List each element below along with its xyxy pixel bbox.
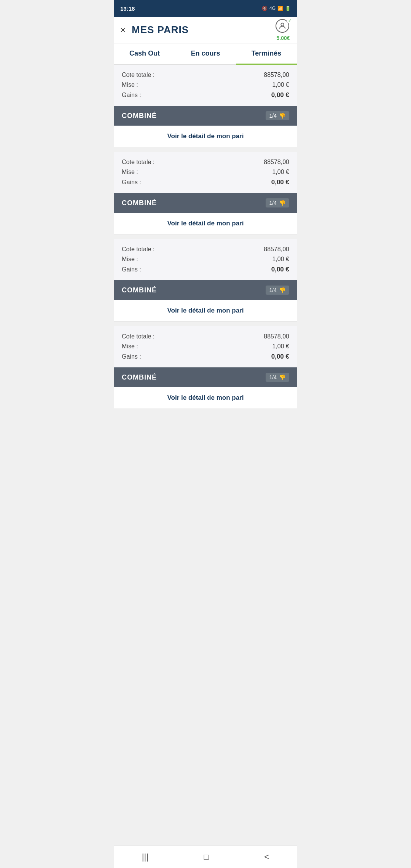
- header: × MES PARIS ✓ 5.00€: [114, 17, 297, 43]
- status-bar: 13:18 🔇 4G 📶 🔋: [114, 0, 297, 17]
- combined-header-3: COMBINÉ 1/4 👎: [114, 280, 297, 300]
- gains-value-3: 0,00 €: [271, 266, 289, 273]
- user-balance: 5.00€: [276, 35, 290, 41]
- gains-value-4: 0,00 €: [271, 353, 289, 361]
- gains-value-2: 0,00 €: [271, 179, 289, 186]
- close-button[interactable]: ×: [120, 25, 126, 35]
- combined-label-1: COMBINÉ: [122, 112, 157, 120]
- tab-termines[interactable]: Terminés: [236, 43, 297, 65]
- mise-value-3: 1,00 €: [272, 256, 289, 263]
- detail-link-2[interactable]: Voir le détail de mon pari: [114, 213, 297, 235]
- tabs-bar: Cash Out En cours Terminés: [114, 43, 297, 65]
- menu-button[interactable]: |||: [134, 850, 156, 863]
- status-time: 13:18: [120, 5, 135, 12]
- user-account-button[interactable]: ✓ 5.00€: [276, 19, 291, 41]
- cote-totale-label-2: Cote totale :: [122, 159, 155, 166]
- bet-card-1: Cote totale : 88578,00 Mise : 1,00 € Gai…: [114, 65, 297, 147]
- gains-label-2: Gains :: [122, 179, 141, 186]
- combined-badge-3: 1/4 👎: [266, 286, 289, 295]
- gains-row-4: Gains : 0,00 €: [122, 353, 289, 361]
- mise-label-4: Mise :: [122, 343, 138, 350]
- content-area: Cote totale : 88578,00 Mise : 1,00 € Gai…: [114, 65, 297, 845]
- gains-row-3: Gains : 0,00 €: [122, 266, 289, 273]
- thumbdown-icon-3: 👎: [279, 287, 285, 293]
- bet-card-4: Cote totale : 88578,00 Mise : 1,00 € Gai…: [114, 326, 297, 409]
- detail-link-4[interactable]: Voir le détail de mon pari: [114, 387, 297, 409]
- bottom-nav: ||| □ <: [114, 845, 297, 868]
- page-title: MES PARIS: [132, 24, 276, 36]
- cote-totale-row-3: Cote totale : 88578,00: [122, 246, 289, 253]
- mise-row-2: Mise : 1,00 €: [122, 169, 289, 176]
- battery-icon: 🔋: [285, 6, 291, 11]
- detail-link-1[interactable]: Voir le détail de mon pari: [114, 126, 297, 147]
- mise-value-4: 1,00 €: [272, 343, 289, 350]
- status-icons: 🔇 4G 📶 🔋: [262, 6, 291, 11]
- mise-label-1: Mise :: [122, 81, 138, 88]
- combined-header-1: COMBINÉ 1/4 👎: [114, 106, 297, 126]
- tab-encours[interactable]: En cours: [175, 43, 236, 65]
- gains-label-1: Gains :: [122, 92, 141, 99]
- mute-icon: 🔇: [262, 6, 268, 11]
- cote-totale-value-3: 88578,00: [264, 246, 289, 253]
- thumbdown-icon-2: 👎: [279, 200, 285, 206]
- combined-badge-2: 1/4 👎: [266, 198, 289, 207]
- cote-totale-value-1: 88578,00: [264, 72, 289, 78]
- user-icon-wrapper: ✓: [276, 19, 291, 34]
- cote-totale-row-4: Cote totale : 88578,00: [122, 333, 289, 340]
- gains-row-2: Gains : 0,00 €: [122, 179, 289, 186]
- combined-badge-text-4: 1/4: [269, 374, 277, 380]
- mise-row-4: Mise : 1,00 €: [122, 343, 289, 350]
- thumbdown-icon-1: 👎: [279, 113, 285, 119]
- bet-card-2: Cote totale : 88578,00 Mise : 1,00 € Gai…: [114, 152, 297, 235]
- gains-label-3: Gains :: [122, 266, 141, 273]
- combined-badge-text-3: 1/4: [269, 287, 277, 293]
- verified-badge: ✓: [287, 18, 292, 24]
- mise-row-3: Mise : 1,00 €: [122, 256, 289, 263]
- bet-stats-3: Cote totale : 88578,00 Mise : 1,00 € Gai…: [114, 239, 297, 280]
- combined-header-4: COMBINÉ 1/4 👎: [114, 367, 297, 387]
- cote-totale-row-1: Cote totale : 88578,00: [122, 72, 289, 78]
- cote-totale-label-4: Cote totale :: [122, 333, 155, 340]
- detail-link-3[interactable]: Voir le détail de mon pari: [114, 300, 297, 322]
- gains-label-4: Gains :: [122, 353, 141, 360]
- combined-badge-text-1: 1/4: [269, 113, 277, 119]
- mise-value-2: 1,00 €: [272, 169, 289, 176]
- combined-header-2: COMBINÉ 1/4 👎: [114, 193, 297, 213]
- mise-label-3: Mise :: [122, 256, 138, 263]
- combined-label-2: COMBINÉ: [122, 199, 157, 207]
- combined-label-4: COMBINÉ: [122, 373, 157, 381]
- back-button[interactable]: <: [256, 850, 277, 863]
- combined-badge-text-2: 1/4: [269, 200, 277, 206]
- cote-totale-row-2: Cote totale : 88578,00: [122, 159, 289, 166]
- combined-badge-4: 1/4 👎: [266, 373, 289, 382]
- svg-point-0: [281, 23, 284, 26]
- cote-totale-value-4: 88578,00: [264, 333, 289, 340]
- cote-totale-label-1: Cote totale :: [122, 72, 155, 78]
- mise-value-1: 1,00 €: [272, 81, 289, 88]
- network-type-label: 4G: [269, 6, 276, 11]
- tab-cashout[interactable]: Cash Out: [114, 43, 175, 65]
- bet-stats-1: Cote totale : 88578,00 Mise : 1,00 € Gai…: [114, 65, 297, 106]
- mise-row-1: Mise : 1,00 €: [122, 81, 289, 88]
- home-button[interactable]: □: [196, 850, 217, 863]
- gains-value-1: 0,00 €: [271, 91, 289, 99]
- gains-row-1: Gains : 0,00 €: [122, 91, 289, 99]
- cote-totale-label-3: Cote totale :: [122, 246, 155, 253]
- mise-label-2: Mise :: [122, 169, 138, 176]
- combined-label-3: COMBINÉ: [122, 286, 157, 294]
- bet-stats-4: Cote totale : 88578,00 Mise : 1,00 € Gai…: [114, 326, 297, 367]
- bet-card-3: Cote totale : 88578,00 Mise : 1,00 € Gai…: [114, 239, 297, 322]
- signal-icon: 📶: [277, 6, 283, 11]
- cote-totale-value-2: 88578,00: [264, 159, 289, 166]
- combined-badge-1: 1/4 👎: [266, 111, 289, 120]
- thumbdown-icon-4: 👎: [279, 374, 285, 380]
- bet-stats-2: Cote totale : 88578,00 Mise : 1,00 € Gai…: [114, 152, 297, 193]
